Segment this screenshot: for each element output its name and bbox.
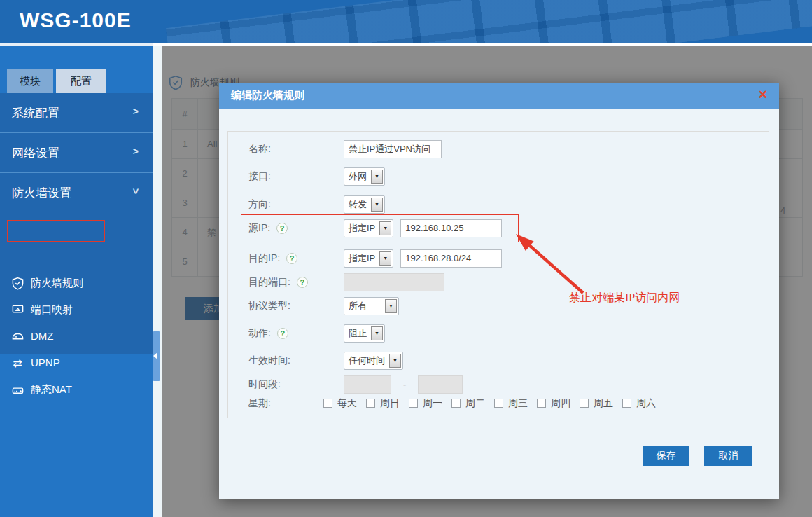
form-row-time-range: 时间段: - bbox=[248, 375, 463, 394]
direction-select[interactable]: 转发 ▼ bbox=[344, 195, 385, 214]
week-label: 星期: bbox=[248, 397, 323, 410]
save-button[interactable]: 保存 bbox=[643, 446, 690, 466]
dest-ip-select[interactable]: 指定IP ▼ bbox=[344, 249, 393, 268]
dmz-device-icon bbox=[10, 329, 25, 344]
dest-port-input bbox=[344, 273, 444, 291]
form-row-dest-port: 目的端口: ? bbox=[248, 273, 444, 291]
dropdown-arrow-icon: ▼ bbox=[379, 221, 391, 235]
sidebar-item-upnp[interactable]: ⇄ UPNP bbox=[0, 350, 153, 377]
dropdown-arrow-icon: ▼ bbox=[379, 251, 391, 266]
sidebar-item-port-mapping[interactable]: 端口映射 bbox=[0, 297, 153, 324]
sidebar-item-dmz[interactable]: DMZ bbox=[0, 324, 153, 350]
annotation-text: 禁止对端某IP访问内网 bbox=[569, 291, 680, 305]
week-option-wednesday: 周三 bbox=[494, 397, 528, 410]
week-option-thursday: 周四 bbox=[537, 397, 570, 410]
sidebar-gutter bbox=[153, 46, 162, 517]
help-icon[interactable]: ? bbox=[297, 277, 308, 288]
week-option-sunday: 周日 bbox=[366, 397, 400, 410]
checkbox[interactable] bbox=[451, 399, 461, 408]
checkbox[interactable] bbox=[494, 399, 503, 408]
app-title: WSG-100E bbox=[20, 8, 132, 32]
sidebar-collapse-handle[interactable] bbox=[153, 331, 160, 381]
menu-label: 网络设置 bbox=[12, 145, 59, 161]
form-row-dest-ip: 目的IP: ? 指定IP ▼ bbox=[248, 249, 502, 268]
direction-label: 方向: bbox=[248, 198, 344, 211]
week-option-tuesday: 周二 bbox=[451, 397, 485, 410]
submenu-label: DMZ bbox=[31, 330, 54, 342]
submenu-label: UPNP bbox=[31, 357, 60, 368]
checkbox[interactable] bbox=[323, 399, 332, 408]
sidebar-item-network-settings[interactable]: 网络设置 > bbox=[0, 133, 153, 173]
upnp-arrows-icon: ⇄ bbox=[10, 355, 25, 371]
submenu-label: 静态NAT bbox=[31, 383, 72, 397]
checkbox[interactable] bbox=[366, 399, 375, 408]
dropdown-arrow-icon: ▼ bbox=[371, 198, 383, 212]
chevron-right-icon: > bbox=[133, 146, 139, 157]
keyboard-background-decoration bbox=[166, 0, 812, 43]
collapse-left-icon bbox=[153, 352, 158, 359]
dropdown-arrow-icon: ▼ bbox=[389, 354, 401, 368]
time-to-input bbox=[418, 375, 463, 394]
form-row-source-ip: 源IP: ? 指定IP ▼ bbox=[248, 219, 502, 237]
week-option-friday: 周五 bbox=[580, 397, 613, 410]
sidebar-item-static-nat[interactable]: 静态NAT bbox=[0, 377, 153, 404]
source-ip-label: 源IP: bbox=[248, 222, 270, 235]
help-icon[interactable]: ? bbox=[286, 253, 298, 264]
source-ip-select[interactable]: 指定IP ▼ bbox=[344, 219, 393, 237]
sidebar-tab-module[interactable]: 模块 bbox=[7, 69, 53, 93]
protocol-label: 协议类型: bbox=[248, 300, 344, 312]
dest-ip-label: 目的IP: bbox=[248, 252, 280, 265]
dialog-title: 编辑防火墙规则 bbox=[231, 89, 304, 102]
week-option-everyday: 每天 bbox=[323, 397, 357, 410]
effective-time-label: 生效时间: bbox=[248, 354, 344, 367]
help-icon[interactable]: ? bbox=[277, 328, 288, 339]
effective-time-select[interactable]: 任何时间 ▼ bbox=[344, 352, 403, 370]
checkbox[interactable] bbox=[537, 399, 546, 408]
time-range-separator: - bbox=[391, 379, 418, 390]
sidebar: 模块 配置 系统配置 > 网络设置 > 防火墙设置 > 防火墙规则 bbox=[0, 46, 153, 517]
form-row-action: 动作: ? 阻止 ▼ bbox=[248, 324, 385, 343]
sidebar-menu: 系统配置 > 网络设置 > 防火墙设置 > 防火墙规则 bbox=[0, 93, 153, 354]
checkbox[interactable] bbox=[580, 399, 589, 408]
time-from-input bbox=[344, 375, 391, 394]
action-select[interactable]: 阻止 ▼ bbox=[344, 324, 385, 343]
sidebar-submenu: 防火墙规则 端口映射 DMZ bbox=[0, 265, 153, 404]
checkbox[interactable] bbox=[409, 399, 418, 408]
close-icon[interactable]: ✕ bbox=[758, 88, 768, 102]
menu-label: 系统配置 bbox=[12, 105, 59, 121]
chevron-right-icon: > bbox=[133, 106, 139, 117]
checkbox[interactable] bbox=[622, 399, 631, 408]
form-row-protocol: 协议类型: 所有 ▼ bbox=[248, 296, 399, 315]
action-label: 动作: bbox=[248, 327, 271, 340]
sidebar-tab-config[interactable]: 配置 bbox=[56, 69, 106, 93]
submenu-label: 防火墙规则 bbox=[31, 277, 83, 290]
sidebar-item-firewall-settings[interactable]: 防火墙设置 > bbox=[0, 173, 153, 213]
form-row-direction: 方向: 转发 ▼ bbox=[248, 195, 385, 214]
name-label: 名称: bbox=[248, 143, 344, 156]
time-range-label: 时间段: bbox=[248, 378, 344, 391]
dropdown-arrow-icon: ▼ bbox=[371, 170, 383, 184]
interface-select[interactable]: 外网 ▼ bbox=[344, 167, 385, 186]
static-nat-router-icon bbox=[10, 382, 25, 397]
edit-firewall-rule-dialog: 编辑防火墙规则 ✕ 名称: 接口: 外网 ▼ 方向: 转发 ▼ 源IP: ? 指… bbox=[219, 83, 779, 499]
form-row-name: 名称: bbox=[248, 139, 442, 158]
form-row-interface: 接口: 外网 ▼ bbox=[248, 167, 385, 186]
sidebar-item-firewall-rules[interactable]: 防火墙规则 bbox=[0, 270, 153, 297]
source-ip-input[interactable] bbox=[400, 219, 502, 237]
protocol-select[interactable]: 所有 ▼ bbox=[344, 297, 399, 315]
dropdown-arrow-icon: ▼ bbox=[371, 326, 383, 340]
interface-label: 接口: bbox=[248, 170, 344, 183]
menu-label: 防火墙设置 bbox=[12, 185, 71, 201]
dest-port-label: 目的端口: bbox=[248, 276, 290, 289]
help-icon[interactable]: ? bbox=[276, 223, 288, 234]
name-input[interactable] bbox=[344, 140, 442, 158]
submenu-label: 端口映射 bbox=[31, 303, 73, 317]
cancel-button[interactable]: 取消 bbox=[704, 446, 752, 466]
app-header: WSG-100E bbox=[0, 0, 812, 43]
sidebar-item-system-config[interactable]: 系统配置 > bbox=[0, 93, 153, 133]
week-option-monday: 周一 bbox=[409, 397, 442, 410]
form-row-week: 星期: 每天 周日 周一 周二 周三 周四 周五 周六 bbox=[248, 394, 665, 413]
dropdown-arrow-icon: ▼ bbox=[385, 299, 397, 313]
dialog-header: 编辑防火墙规则 ✕ bbox=[219, 83, 779, 109]
dest-ip-input[interactable] bbox=[400, 249, 502, 268]
